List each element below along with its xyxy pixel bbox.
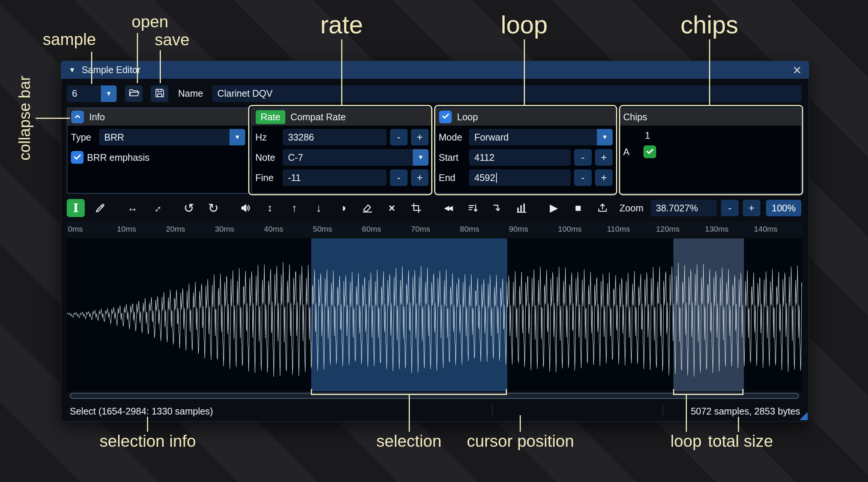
annotation-loop-bottom: loop <box>670 432 702 451</box>
sample-toolbar: I↔↔↺↻↕↑↓◑×◀◀▶■ Zoom 38.7027% - + 100% <box>67 199 801 217</box>
loop-start-input[interactable]: 4112 <box>469 149 571 166</box>
chevron-down-icon: ▼ <box>413 149 429 166</box>
sample-type-select[interactable]: BRR ▼ <box>99 129 245 145</box>
name-value: Clarinet DQV <box>217 88 273 99</box>
stop-square-icon: ■ <box>575 203 582 213</box>
hz-decrement-button[interactable]: - <box>390 129 408 145</box>
scrollbar-handle[interactable] <box>70 393 799 399</box>
folder-open-icon <box>128 87 139 100</box>
loop-end-input[interactable]: 4592 <box>469 169 571 186</box>
insert-silence-button[interactable] <box>488 199 506 217</box>
fine-input[interactable]: -11 <box>283 169 387 186</box>
resize-grip[interactable] <box>799 412 808 420</box>
timeline-label: 130ms <box>705 225 729 234</box>
brr-emphasis-checkbox[interactable] <box>71 151 84 164</box>
annotation-open: open <box>132 12 168 31</box>
hz-input[interactable]: 33286 <box>283 129 387 145</box>
check-icon <box>645 147 655 157</box>
sample-number-select[interactable]: 6 ▼ <box>67 85 117 102</box>
chevron-up-icon <box>73 112 82 122</box>
arrows-diagonal-icon: ↔ <box>149 201 164 216</box>
preview-button[interactable] <box>513 199 531 217</box>
edit-mode-draw-button[interactable] <box>91 199 109 217</box>
collapse-bar-button[interactable] <box>71 111 84 123</box>
type-label: Type <box>71 132 96 143</box>
chip-enable-checkbox[interactable] <box>643 145 656 158</box>
check-icon <box>73 152 82 163</box>
chevron-down-icon: ▼ <box>101 85 117 102</box>
sample-type-value: BRR <box>99 129 229 145</box>
chips-panel: Chips 1 A <box>619 108 802 194</box>
filter-button[interactable] <box>464 199 482 217</box>
hz-increment-button[interactable]: + <box>411 129 429 145</box>
fine-increment-button[interactable]: + <box>411 169 429 186</box>
stop-button[interactable]: ■ <box>569 199 587 217</box>
annotation-loop: loop <box>501 10 548 39</box>
note-label: Note <box>255 152 279 163</box>
annotation-selection-info: selection info <box>100 432 196 451</box>
edit-mode-select-button[interactable]: I <box>67 199 85 217</box>
arrow-down-icon: ↓ <box>316 203 322 214</box>
timeline-label: 120ms <box>656 225 679 234</box>
undo-button[interactable]: ↺ <box>180 199 198 217</box>
zoom-value: 38.7027% <box>656 203 698 214</box>
annotation-chips: chips <box>681 10 738 39</box>
timeline-ruler[interactable]: 0ms10ms20ms30ms40ms50ms60ms70ms80ms90ms1… <box>67 222 802 237</box>
rate-panel-header: Rate Compat Rate <box>252 108 432 126</box>
fine-value: -11 <box>288 172 301 183</box>
resample-button[interactable]: ↔ <box>148 199 166 217</box>
open-sample-button[interactable] <box>125 85 142 102</box>
zoom-reset-button[interactable]: 100% <box>766 200 801 216</box>
chevron-down-icon: ▼ <box>229 129 245 145</box>
timeline-label: 60ms <box>362 225 381 234</box>
play-button[interactable]: ▶ <box>545 199 563 217</box>
loop-end-decrement-button[interactable]: - <box>574 169 592 186</box>
normalize-button[interactable]: ↕ <box>261 199 279 217</box>
resize-button[interactable]: ↔ <box>123 199 141 217</box>
zoom-input[interactable]: 38.7027% <box>651 200 717 216</box>
loop-enable-checkbox[interactable] <box>439 111 452 123</box>
titlebar[interactable]: ▼ Sample Editor × <box>61 61 809 79</box>
loop-mode-select[interactable]: Forward ▼ <box>469 129 613 145</box>
zoom-out-button[interactable]: - <box>721 200 739 216</box>
annotation-selection: selection <box>376 432 442 451</box>
zoom-in-button[interactable]: + <box>743 200 760 216</box>
loop-header-label: Loop <box>457 112 478 123</box>
loop-panel-header: Loop <box>435 108 616 126</box>
rate-mode-button[interactable]: Rate <box>256 110 285 124</box>
pencil-icon <box>94 202 106 214</box>
silence-button[interactable] <box>358 199 376 217</box>
ibeam-cursor-icon: I <box>73 202 79 214</box>
waveform-canvas[interactable] <box>67 238 802 391</box>
reverse-button[interactable]: ◀◀ <box>439 199 457 217</box>
loop-start-decrement-button[interactable]: - <box>574 149 592 166</box>
window-title: Sample Editor <box>82 64 141 75</box>
text-cursor <box>496 173 497 183</box>
undo-arrow-icon: ↺ <box>184 202 195 214</box>
loop-end-increment-button[interactable]: + <box>595 169 613 186</box>
fade-out-button[interactable]: ↓ <box>310 199 328 217</box>
note-value: C-7 <box>283 149 413 166</box>
trim-button[interactable] <box>407 199 425 217</box>
invert-button[interactable]: ◑ <box>334 199 352 217</box>
upload-tray-icon <box>597 202 608 214</box>
redo-button[interactable]: ↻ <box>204 199 222 217</box>
waveform-display[interactable] <box>67 238 802 391</box>
info-panel-header: Info <box>67 108 249 126</box>
waveform-scrollbar[interactable] <box>67 392 802 399</box>
arrows-vertical-icon: ↕ <box>267 203 273 213</box>
window-collapse-icon[interactable]: ▼ <box>69 66 76 74</box>
timeline-label: 90ms <box>509 225 528 234</box>
create-wavetable-button[interactable] <box>594 199 612 217</box>
name-input[interactable]: Clarinet DQV <box>212 85 801 102</box>
delete-button[interactable]: × <box>383 199 401 217</box>
amplify-button[interactable] <box>237 199 255 217</box>
save-sample-button[interactable] <box>151 85 168 102</box>
fine-decrement-button[interactable]: - <box>390 169 408 186</box>
loop-start-increment-button[interactable]: + <box>595 149 613 166</box>
status-separator <box>492 404 493 416</box>
close-icon[interactable]: × <box>793 63 801 77</box>
note-select[interactable]: C-7 ▼ <box>283 149 429 166</box>
timeline-label: 0ms <box>68 225 83 234</box>
fade-in-button[interactable]: ↑ <box>285 199 303 217</box>
